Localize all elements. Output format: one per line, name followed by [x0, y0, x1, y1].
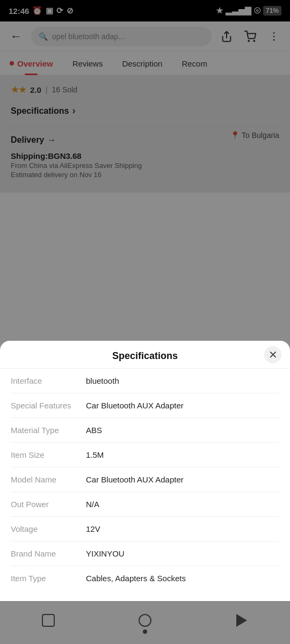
spec-label: Special Features: [11, 401, 86, 410]
spec-label: Item Type: [11, 574, 86, 583]
spec-row: Model Name Car Bluetooth AUX Adapter: [11, 467, 279, 492]
spec-label: Voltage: [11, 524, 86, 533]
spec-row: Special Features Car Bluetooth AUX Adapt…: [11, 393, 279, 418]
spec-label: Brand Name: [11, 549, 86, 558]
spec-value: ABS: [86, 426, 279, 435]
spec-value: 12V: [86, 524, 279, 533]
spec-label: Model Name: [11, 475, 86, 484]
spec-value: YIXINYOU: [86, 549, 279, 558]
spec-row: Out Power N/A: [11, 492, 279, 517]
spec-value: N/A: [86, 500, 279, 509]
spec-row: Voltage 12V: [11, 517, 279, 541]
spec-label: Item Size: [11, 450, 86, 459]
specifications-modal: Specifications ✕ Interface bluetooth Spe…: [0, 341, 290, 601]
spec-row: Item Type Cables, Adapters & Sockets: [11, 566, 279, 590]
spec-row: Interface bluetooth: [11, 369, 279, 393]
spec-row: Material Type ABS: [11, 418, 279, 443]
spec-value: Car Bluetooth AUX Adapter: [86, 475, 279, 484]
spec-value: Car Bluetooth AUX Adapter: [86, 401, 279, 410]
spec-label: Out Power: [11, 500, 86, 509]
spec-row: Brand Name YIXINYOU: [11, 541, 279, 566]
spec-row: Item Size 1.5M: [11, 443, 279, 467]
spec-value: bluetooth: [86, 376, 279, 385]
spec-label: Material Type: [11, 426, 86, 435]
modal-title: Specifications: [112, 350, 178, 362]
spec-label: Interface: [11, 376, 86, 385]
modal-header: Specifications ✕: [0, 341, 290, 369]
spec-value: Cables, Adapters & Sockets: [86, 574, 279, 583]
spec-value: 1.5M: [86, 450, 279, 459]
specs-list: Interface bluetooth Special Features Car…: [0, 369, 290, 590]
modal-close-button[interactable]: ✕: [264, 346, 281, 363]
